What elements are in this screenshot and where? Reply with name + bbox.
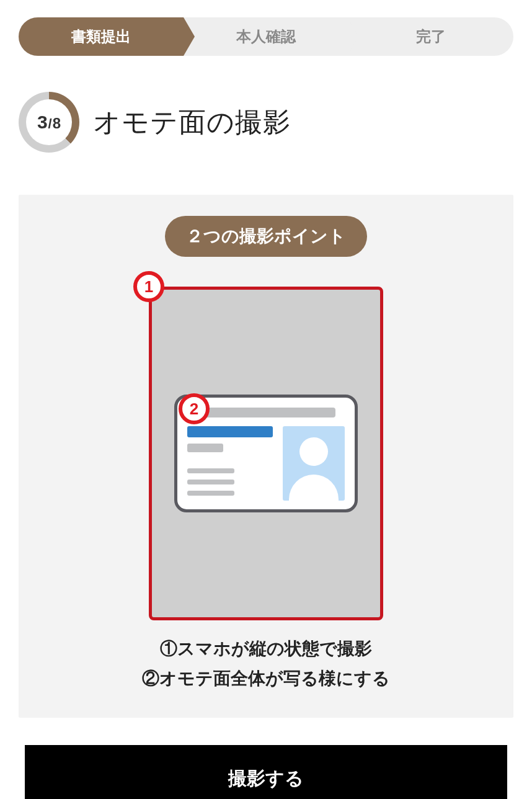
step-label: 書類提出 [71, 27, 131, 47]
phone-frame-wrapper: 1 2 [149, 287, 383, 620]
id-card-line [187, 480, 234, 484]
progress-steps: 書類提出 本人確認 完了 [19, 17, 513, 56]
id-card-line [187, 491, 234, 496]
tips-heading-pill: ２つの撮影ポイント [165, 216, 367, 257]
id-card-line [187, 468, 234, 473]
step-documents: 書類提出 [19, 17, 184, 56]
tip-badge-1: 1 [133, 271, 164, 302]
progress-ring-icon: 3 / 8 [19, 92, 79, 153]
capture-button-label: 撮影する [228, 768, 304, 788]
page-heading: 3 / 8 オモテ面の撮影 [19, 92, 513, 153]
tip-badge-2: 2 [179, 393, 210, 424]
id-card-header-bar [197, 408, 335, 417]
progress-current: 3 [37, 112, 48, 133]
phone-portrait-frame-icon [149, 287, 383, 620]
id-card-line [187, 426, 273, 437]
step-label: 本人確認 [236, 27, 296, 47]
id-card-line [187, 444, 223, 452]
capture-button[interactable]: 撮影する [25, 745, 507, 799]
step-label: 完了 [416, 27, 446, 47]
instruction-panel: ２つの撮影ポイント 1 2 [19, 195, 513, 718]
progress-slash: / [48, 116, 52, 132]
tip-line-1: ①スマホが縦の状態で撮影 [40, 634, 492, 664]
progress-total: 8 [53, 115, 61, 132]
step-complete: 完了 [348, 17, 513, 56]
tips-text: ①スマホが縦の状態で撮影 ②オモテ面全体が写る様にする [40, 634, 492, 693]
progress-fraction: 3 / 8 [37, 112, 61, 133]
id-card-photo-icon [283, 426, 345, 501]
step-identity: 本人確認 [184, 17, 348, 56]
tip-line-2: ②オモテ面全体が写る様にする [40, 664, 492, 694]
page-title: オモテ面の撮影 [93, 104, 291, 141]
